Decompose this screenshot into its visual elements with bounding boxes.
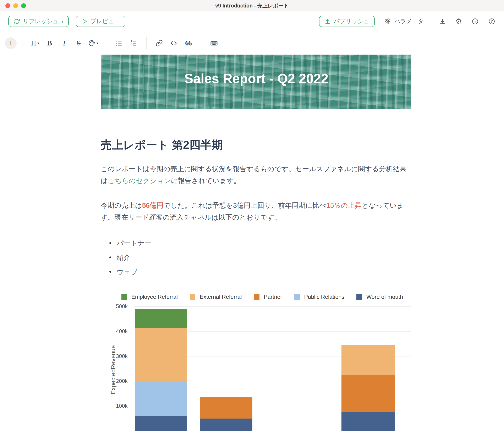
legend-item[interactable]: External Referral: [190, 294, 242, 300]
legend-swatch: [121, 294, 127, 300]
list-item-label: ウェブ: [117, 266, 138, 278]
hero-image[interactable]: Sales Report - Q2 2022: [101, 54, 411, 109]
help-button[interactable]: ?: [488, 18, 495, 25]
legend-item[interactable]: Word of mouth: [356, 294, 403, 300]
refresh-icon: [14, 18, 20, 25]
legend-item[interactable]: Partner: [254, 294, 282, 300]
gridline: [135, 306, 411, 307]
y-axis-label: ExpectedRevenue: [110, 345, 117, 395]
format-toolbar: + H ▾ B I S ▾: [0, 32, 504, 55]
preview-label: プレビュー: [90, 18, 120, 25]
parameters-label: パラメーター: [394, 18, 430, 25]
bullet-list-button[interactable]: [112, 36, 126, 50]
keyboard-icon: [210, 39, 218, 47]
list-item-label: 紹介: [117, 251, 130, 263]
legend-swatch: [190, 294, 195, 300]
bar-segment[interactable]: [342, 375, 395, 412]
quote-icon: 66: [185, 39, 191, 47]
page-title: 売上レポート 第2四半期: [101, 138, 411, 152]
channel-list: パートナー 紹介 ウェブ: [109, 237, 411, 278]
code-icon: [170, 40, 177, 47]
document-canvas: Sales Report - Q2 2022 売上レポート 第2四半期 このレポ…: [101, 54, 411, 431]
revenue-highlight: 56億円: [142, 201, 163, 209]
bar[interactable]: [342, 345, 395, 431]
blockquote-button[interactable]: 66: [182, 36, 195, 50]
hero-title-selection-box[interactable]: Sales Report - Q2 2022: [143, 65, 369, 92]
bullet-dot: [109, 271, 111, 273]
svg-text:3: 3: [131, 44, 132, 46]
gear-icon: ⚙: [455, 18, 462, 25]
intro-paragraph: このレポートは今期の売上に関する状況を報告するものです。セールスファネルに関する…: [101, 163, 411, 187]
text-color-button[interactable]: ▾: [87, 36, 100, 50]
legend-label: Employee Referral: [131, 294, 178, 300]
preview-button[interactable]: プレビュー: [76, 16, 125, 27]
list-item-label: パートナー: [117, 237, 151, 249]
info-icon: [472, 18, 479, 25]
insert-link-button[interactable]: [153, 36, 166, 50]
toolbar-left: リフレッシュ ▾ プレビュー: [8, 16, 125, 27]
publish-label: パブリッシュ: [333, 18, 369, 25]
toolbar-divider: [201, 37, 201, 49]
strikethrough-button[interactable]: S: [72, 36, 85, 50]
help-icon: ?: [488, 18, 495, 25]
section-link[interactable]: こちらのセクション: [108, 177, 171, 184]
bar-segment[interactable]: [200, 419, 252, 431]
bullet-dot: [109, 242, 111, 244]
toolbar-right: パブリッシュ パラメーター ⚙: [319, 16, 495, 27]
play-icon: [81, 18, 87, 25]
sliders-icon: [384, 18, 391, 25]
bar-segment[interactable]: [135, 309, 187, 328]
chart-legend: Employee ReferralExternal ReferralPartne…: [113, 294, 411, 300]
doc-toolbar: リフレッシュ ▾ プレビュー パブリッシュ: [0, 12, 504, 31]
bar-segment[interactable]: [342, 412, 395, 431]
y-tick-label: 100k: [105, 403, 128, 409]
heading-style-button[interactable]: H ▾: [28, 36, 42, 50]
bar-segment[interactable]: [135, 416, 187, 431]
legend-label: External Referral: [200, 294, 242, 300]
list-item: 紹介: [109, 251, 411, 263]
legend-label: Partner: [264, 294, 282, 300]
bar-segment[interactable]: [200, 397, 252, 419]
intro-text-2: に報告されています。: [171, 177, 240, 184]
palette-icon: [88, 40, 95, 47]
titlebar: v9 Introduction - 売上レポート: [0, 0, 504, 11]
legend-item[interactable]: Employee Referral: [121, 294, 178, 300]
parameters-button[interactable]: パラメーター: [384, 18, 430, 25]
bar[interactable]: [200, 397, 252, 431]
list-item: パートナー: [109, 237, 411, 249]
summary-text-1: 今期の売上は: [101, 201, 142, 209]
chevron-down-icon: ▾: [97, 41, 99, 45]
refresh-button[interactable]: リフレッシュ ▾: [8, 16, 69, 27]
toolbar-divider: [22, 37, 22, 49]
chevron-down-icon: ▾: [62, 19, 63, 23]
refresh-label: リフレッシュ: [23, 18, 59, 25]
legend-swatch: [254, 294, 260, 300]
legend-item[interactable]: Public Relations: [294, 294, 344, 300]
toolbar-divider: [106, 37, 106, 49]
info-button[interactable]: [472, 18, 479, 25]
numbered-list-button[interactable]: 1 2 3: [127, 36, 140, 50]
settings-button[interactable]: ⚙: [455, 18, 462, 25]
add-cell-button[interactable]: +: [5, 37, 17, 49]
publish-button[interactable]: パブリッシュ: [319, 16, 375, 27]
y-tick-label: 300k: [105, 353, 128, 359]
bar[interactable]: [135, 309, 187, 431]
download-icon: [439, 18, 446, 25]
growth-highlight: 15％の上昇: [326, 201, 361, 209]
summary-text-2: でした。これは予想を3億円上回り、前年同期に比べ: [163, 201, 326, 209]
legend-swatch: [356, 294, 362, 300]
bullet-dot: [109, 256, 111, 258]
heading-style-label: H: [31, 39, 36, 47]
bar-segment[interactable]: [135, 328, 187, 381]
code-block-button[interactable]: [167, 36, 180, 50]
bar-segment[interactable]: [342, 345, 395, 375]
keyboard-shortcuts-button[interactable]: [207, 36, 221, 50]
list-item: ウェブ: [109, 266, 411, 278]
italic-button[interactable]: I: [57, 36, 71, 50]
link-icon: [156, 40, 163, 47]
chevron-down-icon: ▾: [37, 41, 39, 45]
svg-text:?: ?: [491, 19, 493, 23]
bar-segment[interactable]: [135, 381, 187, 416]
download-button[interactable]: [439, 18, 446, 25]
bold-button[interactable]: B: [43, 36, 56, 50]
